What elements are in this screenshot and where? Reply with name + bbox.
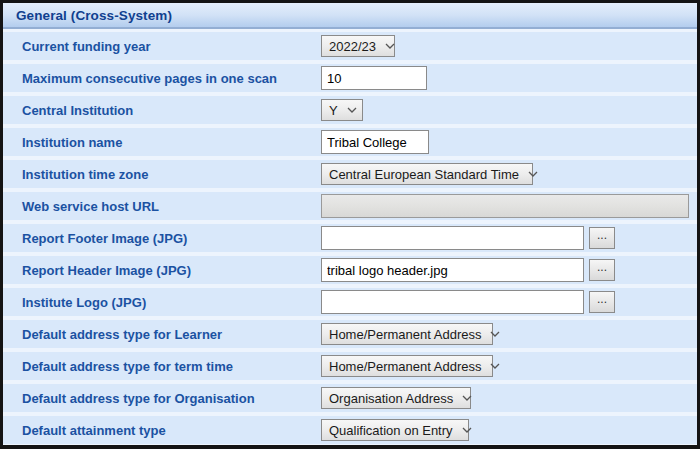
row-default-address-term-time: Default address type for term time Home/… (3, 352, 697, 380)
select-value: Organisation Address (329, 391, 453, 406)
report-header-image-input[interactable] (321, 258, 584, 282)
field-label: Default attainment type (3, 423, 321, 438)
max-consecutive-pages-input[interactable] (321, 66, 427, 90)
field-label: Default address type for Organisation (3, 391, 321, 406)
default-attainment-type-select[interactable]: Qualification on Entry (321, 419, 469, 441)
field-label: Report Footer Image (JPG) (3, 231, 321, 246)
select-value: Central European Standard Time (329, 167, 519, 182)
row-web-service-host-url: Web service host URL (3, 192, 697, 220)
row-default-address-organisation: Default address type for Organisation Or… (3, 384, 697, 412)
chevron-down-icon (347, 107, 357, 113)
chevron-down-icon (462, 395, 472, 401)
field-label: Maximum consecutive pages in one scan (3, 71, 321, 86)
institute-logo-input[interactable] (321, 290, 584, 314)
page-title: General (Cross-System) (16, 8, 172, 23)
settings-panel: General (Cross-System) Current funding y… (0, 0, 700, 449)
institution-name-input[interactable] (321, 130, 429, 154)
row-default-attainment-type: Default attainment type Qualification on… (3, 416, 697, 444)
chevron-down-icon (462, 427, 472, 433)
field-label: Current funding year (3, 39, 321, 54)
select-value: Y (329, 103, 338, 118)
report-footer-image-input[interactable] (321, 226, 584, 250)
group-header: General (Cross-System) (3, 3, 697, 29)
select-value: 2022/23 (329, 39, 376, 54)
row-default-address-learner: Default address type for Learner Home/Pe… (3, 320, 697, 348)
web-service-host-url-input (321, 194, 689, 218)
row-institution-time-zone: Institution time zone Central European S… (3, 160, 697, 188)
settings-rows: Current funding year 2022/23 Maximum con… (3, 29, 697, 444)
default-address-type-organisation-select[interactable]: Organisation Address (321, 387, 471, 409)
row-institution-name: Institution name (3, 128, 697, 156)
institute-logo-browse-button[interactable]: ... (589, 291, 615, 313)
field-label: Default address type for term time (3, 359, 321, 374)
field-label: Central Institution (3, 103, 321, 118)
row-current-funding-year: Current funding year 2022/23 (3, 32, 697, 60)
chevron-down-icon (385, 43, 395, 49)
row-report-footer-image: Report Footer Image (JPG) ... (3, 224, 697, 252)
row-institute-logo: Institute Logo (JPG) ... (3, 288, 697, 316)
chevron-down-icon (490, 363, 500, 369)
field-label: Institute Logo (JPG) (3, 295, 321, 310)
default-address-type-term-time-select[interactable]: Home/Permanent Address (321, 355, 493, 377)
central-institution-select[interactable]: Y (321, 99, 363, 121)
select-value: Qualification on Entry (329, 423, 453, 438)
field-label: Institution time zone (3, 167, 321, 182)
select-value: Home/Permanent Address (329, 359, 481, 374)
chevron-down-icon (528, 171, 538, 177)
field-label: Report Header Image (JPG) (3, 263, 321, 278)
chevron-down-icon (490, 331, 500, 337)
institution-time-zone-select[interactable]: Central European Standard Time (321, 163, 533, 185)
field-label: Web service host URL (3, 199, 321, 214)
select-value: Home/Permanent Address (329, 327, 481, 342)
row-max-consecutive-pages: Maximum consecutive pages in one scan (3, 64, 697, 92)
report-footer-browse-button[interactable]: ... (589, 227, 615, 249)
default-address-type-learner-select[interactable]: Home/Permanent Address (321, 323, 493, 345)
row-report-header-image: Report Header Image (JPG) ... (3, 256, 697, 284)
field-label: Institution name (3, 135, 321, 150)
current-funding-year-select[interactable]: 2022/23 (321, 35, 395, 57)
report-header-browse-button[interactable]: ... (589, 259, 615, 281)
field-label: Default address type for Learner (3, 327, 321, 342)
row-central-institution: Central Institution Y (3, 96, 697, 124)
